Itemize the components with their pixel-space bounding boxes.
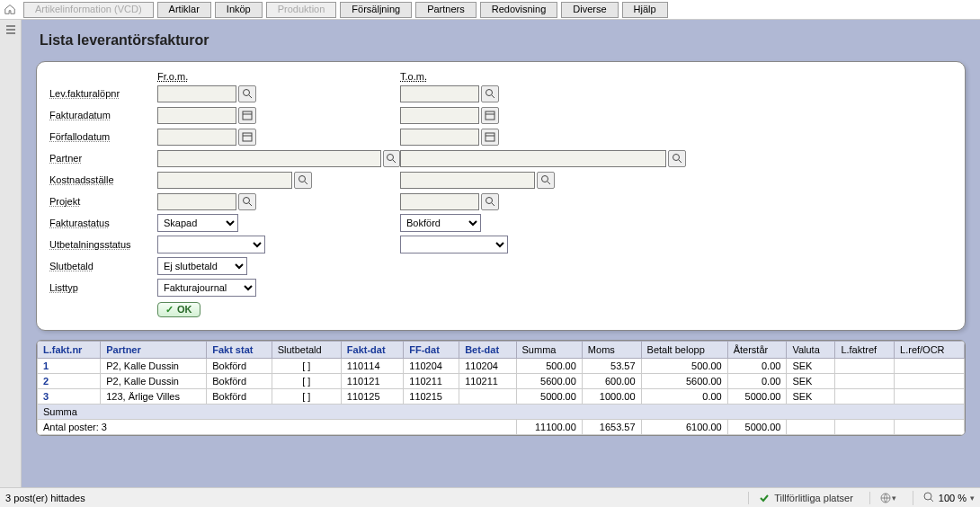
total-summa: 11100.00 (516, 420, 582, 435)
label-kostnadsstalle: Kostnadsställe (49, 174, 157, 185)
calendar-icon[interactable] (481, 129, 499, 146)
cell-summa: 500.00 (516, 359, 582, 374)
input-projekt-to[interactable] (400, 193, 479, 210)
table-row[interactable]: 2P2, Kalle DussinBokförd[ ]1101211102111… (38, 374, 965, 389)
cell-lfaktref (835, 359, 895, 374)
tab-partners[interactable]: Partners (415, 2, 477, 18)
input-kostnadsstalle-to[interactable] (400, 172, 535, 189)
tab-diverse[interactable]: Diverse (561, 2, 618, 18)
label-levfakturanr: Lev.fakturalöpnr (49, 88, 157, 99)
lookup-icon[interactable] (668, 150, 686, 167)
th-lfaktnr[interactable]: L.fakt.nr (38, 342, 101, 359)
svg-point-25 (924, 493, 931, 500)
cell-summa: 5600.00 (516, 374, 582, 389)
trust-indicator[interactable]: Tillförlitliga platser (748, 492, 853, 504)
tab-redovisning[interactable]: Redovisning (480, 2, 558, 18)
cell-slutbetald: [ ] (272, 359, 341, 374)
select-utbetalningsstatus-from[interactable] (157, 236, 265, 254)
svg-point-12 (388, 155, 394, 161)
globe-icon[interactable]: ▾ (869, 492, 896, 504)
cell-betalt: 5600.00 (641, 374, 727, 389)
th-lfaktref[interactable]: L.faktref (835, 342, 895, 359)
th-slutbetald[interactable]: Slutbetald (272, 342, 341, 359)
input-partner-to[interactable] (400, 150, 666, 167)
input-kostnadsstalle-from[interactable] (157, 172, 292, 189)
input-projekt-from[interactable] (157, 193, 236, 210)
input-levfakturanr-to[interactable] (400, 85, 479, 102)
cell-slutbetald: [ ] (272, 374, 341, 389)
lookup-icon[interactable] (481, 193, 499, 210)
select-slutbetald[interactable]: Ej slutbetald (157, 257, 247, 275)
input-forfallodatum-to[interactable] (400, 129, 479, 146)
tab-artiklar[interactable]: Artiklar (157, 2, 211, 18)
th-ffdat[interactable]: FF-dat (404, 342, 459, 359)
th-partner[interactable]: Partner (101, 342, 207, 359)
lookup-icon[interactable] (294, 172, 312, 189)
select-fakturastatus-from[interactable]: Skapad (157, 214, 238, 232)
lookup-icon[interactable] (383, 150, 400, 167)
label-partner: Partner (49, 153, 157, 164)
svg-point-20 (244, 198, 250, 204)
cell-lfaktref (835, 374, 895, 389)
cell-partner: P2, Kalle Dussin (101, 374, 207, 389)
th-aterstar[interactable]: Återstår (727, 342, 787, 359)
select-utbetalningsstatus-to[interactable] (400, 236, 508, 254)
cell-summa: 5000.00 (516, 389, 582, 405)
svg-rect-4 (243, 111, 252, 120)
calendar-icon[interactable] (238, 107, 256, 124)
label-slutbetald: Slutbetald (49, 261, 157, 271)
tab-inkop[interactable]: Inköp (215, 2, 263, 18)
lookup-icon[interactable] (537, 172, 555, 189)
input-fakturadatum-to[interactable] (400, 107, 479, 124)
home-icon[interactable] (4, 3, 18, 17)
th-betalt[interactable]: Betalt belopp (641, 342, 727, 359)
filter-panel: Fr.o.m. T.o.m. Lev.fakturalöpnr (36, 61, 966, 331)
input-partner-from[interactable] (157, 150, 381, 167)
calendar-icon[interactable] (238, 129, 256, 146)
antal-poster: Antal poster: 3 (38, 420, 517, 435)
cell-lrefocr (895, 374, 965, 389)
select-listtyp[interactable]: Fakturajournal (157, 279, 256, 297)
cell-lfaktnr[interactable]: 3 (38, 389, 101, 405)
cell-betdat: 110204 (459, 359, 516, 374)
cell-ffdat: 110211 (404, 374, 459, 389)
trust-label: Tillförlitliga platser (774, 493, 853, 503)
select-fakturastatus-to[interactable]: Bokförd (400, 214, 481, 232)
svg-line-1 (249, 95, 252, 98)
menu-icon[interactable] (4, 23, 17, 36)
results-table: L.fakt.nr Partner Fakt stat Slutbetald F… (36, 340, 966, 436)
label-fakturastatus: Fakturastatus (49, 218, 157, 228)
tab-hjalp[interactable]: Hjälp (622, 2, 668, 18)
calendar-icon[interactable] (481, 107, 499, 124)
total-moms: 1653.57 (582, 420, 641, 435)
lookup-icon[interactable] (481, 85, 499, 102)
tab-produktion: Produktion (266, 2, 337, 18)
cell-valuta: SEK (787, 359, 835, 374)
input-fakturadatum-from[interactable] (157, 107, 236, 124)
th-betdat[interactable]: Bet-dat (459, 342, 516, 359)
th-moms[interactable]: Moms (582, 342, 641, 359)
topbar: Artikelinformation (VCD) Artiklar Inköp … (0, 0, 980, 20)
th-valuta[interactable]: Valuta (787, 342, 835, 359)
cell-faktstat: Bokförd (207, 359, 272, 374)
tab-forsaljning[interactable]: Försäljning (340, 2, 412, 18)
input-levfakturanr-from[interactable] (157, 85, 236, 102)
cell-lfaktnr[interactable]: 2 (38, 374, 101, 389)
th-lrefocr[interactable]: L.ref/OCR (895, 342, 965, 359)
th-faktstat[interactable]: Fakt stat (207, 342, 272, 359)
svg-point-2 (486, 90, 493, 96)
cell-lfaktnr[interactable]: 1 (38, 359, 101, 374)
cell-faktdat: 110125 (341, 389, 403, 405)
table-row[interactable]: 3123, Ärlige VillesBokförd[ ]11012511021… (38, 389, 965, 405)
lookup-icon[interactable] (238, 85, 256, 102)
th-faktdat[interactable]: Fakt-dat (341, 342, 403, 359)
lookup-icon[interactable] (238, 193, 256, 210)
zoom-control[interactable]: 100 % ▾ (913, 491, 975, 505)
cell-partner: 123, Ärlige Villes (101, 389, 207, 405)
input-forfallodatum-from[interactable] (157, 129, 236, 146)
table-row[interactable]: 1P2, Kalle DussinBokförd[ ]1101141102041… (38, 359, 965, 374)
svg-line-23 (492, 203, 494, 206)
ok-button[interactable]: OK (157, 302, 200, 317)
th-summa[interactable]: Summa (516, 342, 582, 359)
nav-tabs: Artikelinformation (VCD) Artiklar Inköp … (23, 2, 668, 18)
